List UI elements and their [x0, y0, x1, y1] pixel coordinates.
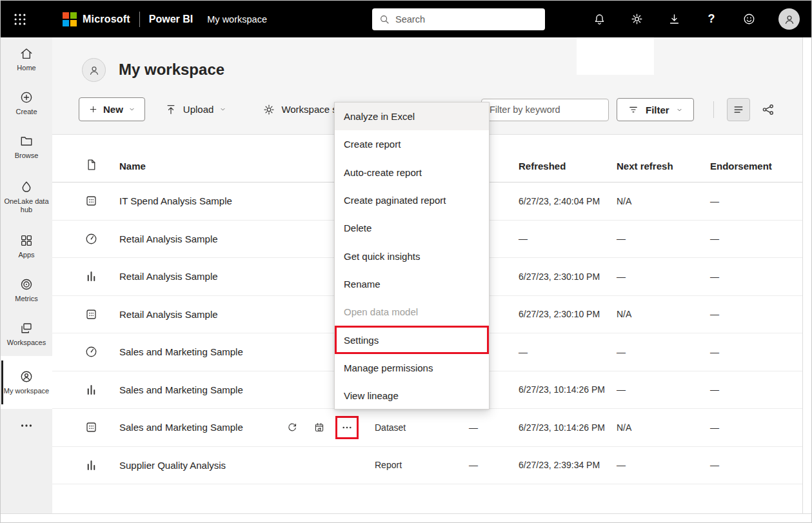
sidebar-item-onelake-data-hub[interactable]: OneLake data hub: [1, 169, 52, 224]
list-view-icon: [732, 103, 745, 116]
sidebar-item-my-workspace[interactable]: My workspace: [1, 356, 52, 409]
item-name[interactable]: IT Spend Analysis Sample: [106, 195, 281, 206]
help-icon: ?: [708, 12, 715, 26]
item-name[interactable]: Sales and Marketing Sample: [106, 346, 281, 357]
item-name[interactable]: Supplier Quality Analysis: [106, 460, 281, 471]
list-view-toggle[interactable]: [727, 98, 750, 121]
menu-item-rename[interactable]: Rename: [335, 270, 489, 298]
target-icon: [19, 277, 34, 291]
horizontal-scrollbar[interactable]: [1, 513, 811, 522]
notifications-button[interactable]: [591, 12, 607, 27]
column-header-endorsement[interactable]: Endorsement: [697, 161, 802, 172]
dashboard-icon: [75, 232, 106, 246]
filter-keyword-input[interactable]: [481, 99, 609, 121]
item-name[interactable]: Retail Analysis Sample: [106, 309, 281, 320]
download-button[interactable]: [666, 12, 682, 27]
scheduled-refresh-button[interactable]: [311, 419, 328, 436]
sidebar-item-browse[interactable]: Browse: [1, 125, 52, 169]
settings-button[interactable]: [629, 12, 644, 27]
dashboard-icon: [75, 345, 106, 359]
cell-type: Dataset: [362, 422, 456, 433]
item-name[interactable]: Sales and Marketing Sample: [106, 384, 281, 395]
lineage-view-button[interactable]: [758, 98, 778, 121]
cell-endorsement: —: [697, 384, 802, 395]
more-options-button[interactable]: [339, 419, 355, 436]
help-button[interactable]: ?: [704, 12, 719, 27]
header-workspace-name[interactable]: My workspace: [207, 14, 267, 25]
sidebar-item-workspaces[interactable]: Workspaces: [1, 312, 52, 356]
table-row-active[interactable]: Sales and Marketing Sample Dataset: [52, 409, 802, 447]
cell-col3: —: [456, 422, 506, 433]
row-actions: [281, 416, 362, 439]
cell-endorsement: —: [697, 196, 802, 206]
menu-item-delete[interactable]: Delete: [335, 214, 489, 242]
menu-item-create-report[interactable]: Create report: [335, 130, 489, 158]
menu-item-get-quick-insights[interactable]: Get quick insights: [335, 242, 489, 270]
account-avatar[interactable]: [778, 8, 800, 30]
menu-item-create-paginated-report[interactable]: Create paginated report: [335, 186, 489, 214]
sidebar-item-label: OneLake data hub: [3, 197, 50, 214]
menu-item-view-lineage[interactable]: View lineage: [335, 382, 489, 410]
droplet-icon: [19, 180, 34, 194]
cell-refreshed: 6/27/23, 2:40:04 PM: [506, 196, 604, 206]
chevron-down-icon: [219, 106, 226, 113]
column-header-name[interactable]: Name: [106, 161, 281, 172]
refresh-icon: [286, 422, 298, 433]
sidebar-item-label: Apps: [3, 251, 50, 259]
scheduled-refresh-icon: [313, 422, 325, 433]
sidebar-item-more[interactable]: [1, 409, 52, 442]
microsoft-brand[interactable]: Microsoft: [63, 12, 130, 26]
upload-icon: [164, 103, 177, 116]
dataset-icon: [75, 194, 106, 208]
upload-button[interactable]: Upload: [164, 97, 227, 121]
app-launcher-button[interactable]: [1, 1, 39, 37]
sidebar-item-metrics[interactable]: Metrics: [1, 268, 52, 312]
cell-refreshed: 6/27/23, 10:14:26 PM: [506, 384, 604, 395]
sidebar-item-label: Create: [3, 108, 50, 116]
sidebar-item-create[interactable]: Create: [1, 81, 52, 125]
global-search[interactable]: [372, 8, 545, 30]
bell-icon: [593, 12, 606, 26]
item-name[interactable]: Retail Analysis Sample: [106, 271, 281, 282]
document-icon: [75, 158, 106, 172]
column-header-next-refresh[interactable]: Next refresh: [604, 161, 697, 172]
filter-button[interactable]: Filter: [617, 98, 694, 121]
table-row[interactable]: Supplier Quality Analysis Report — 6/27/…: [52, 447, 802, 485]
search-input[interactable]: [395, 14, 539, 25]
menu-item-manage-permissions[interactable]: Manage permissions: [335, 354, 489, 382]
cell-next-refresh: N/A: [604, 196, 697, 206]
gear-icon: [630, 12, 644, 26]
column-header-refreshed[interactable]: Refreshed: [506, 161, 604, 172]
header-divider: [139, 12, 140, 27]
menu-item-analyze-in-excel[interactable]: Analyze in Excel: [335, 103, 489, 130]
left-nav: Home Create Browse OneLake data hub Apps…: [1, 37, 52, 513]
chevron-down-icon: [128, 106, 135, 113]
sidebar-item-apps[interactable]: Apps: [1, 224, 52, 268]
home-icon: [19, 46, 34, 61]
workspace-avatar: [82, 58, 106, 82]
menu-item-settings[interactable]: Settings: [335, 326, 489, 353]
sidebar-item-home[interactable]: Home: [1, 37, 52, 81]
menu-item-auto-create-report[interactable]: Auto-create report: [335, 159, 489, 186]
person-circle-icon: [19, 370, 34, 384]
product-name[interactable]: Power BI: [149, 14, 193, 25]
cell-endorsement: —: [697, 460, 802, 470]
lineage-icon: [761, 103, 775, 117]
refresh-now-button[interactable]: [284, 419, 301, 436]
cell-next-refresh: —: [604, 384, 697, 395]
cell-endorsement: —: [697, 233, 802, 244]
menu-item-open-data-model: Open data model: [335, 298, 489, 326]
report-icon: [75, 383, 106, 397]
new-button[interactable]: New: [79, 97, 145, 121]
dataset-icon: [75, 308, 106, 321]
plus-icon: [88, 104, 98, 114]
vertical-scrollbar[interactable]: [802, 37, 811, 513]
item-name[interactable]: Retail Analysis Sample: [106, 233, 281, 244]
cell-refreshed: 6/27/23, 2:39:34 PM: [506, 460, 604, 470]
person-icon: [783, 13, 796, 26]
page-title: My workspace: [119, 61, 224, 79]
item-name[interactable]: Sales and Marketing Sample: [106, 422, 281, 433]
stacked-windows-icon: [19, 321, 34, 335]
cell-refreshed: 6/27/23, 10:14:26 PM: [506, 422, 604, 433]
feedback-button[interactable]: [741, 12, 757, 27]
